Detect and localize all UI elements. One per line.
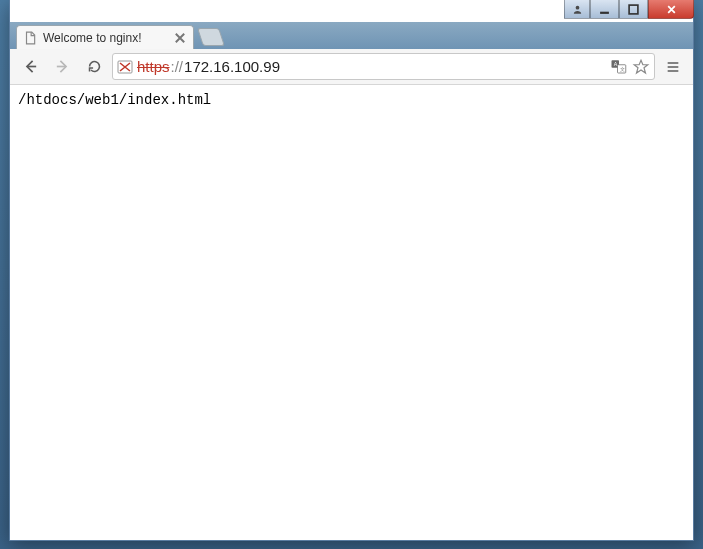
browser-menu-button[interactable]	[659, 53, 687, 81]
star-icon	[632, 58, 650, 76]
translate-icon[interactable]: A文	[610, 59, 628, 75]
url-scheme: https	[137, 59, 170, 74]
arrow-left-icon	[22, 58, 39, 75]
window-titlebar[interactable]	[10, 0, 693, 22]
browser-tab[interactable]: Welcome to nginx!	[16, 25, 194, 49]
svg-rect-1	[600, 11, 609, 13]
svg-rect-2	[629, 5, 638, 14]
url-separator: ://	[171, 59, 184, 74]
svg-point-0	[575, 5, 579, 9]
bookmark-star-button[interactable]	[632, 59, 650, 75]
svg-text:A: A	[614, 61, 618, 67]
tab-strip: Welcome to nginx!	[10, 22, 693, 49]
window-controls	[564, 0, 694, 19]
back-button[interactable]	[16, 53, 44, 81]
browser-toolbar: https :// 172.16.100.99 A文	[10, 49, 693, 85]
minimize-icon	[599, 4, 610, 15]
maximize-icon	[628, 4, 639, 15]
window-minimize-button[interactable]	[590, 0, 619, 19]
reload-button[interactable]	[80, 53, 108, 81]
page-favicon	[23, 31, 37, 45]
tab-close-button[interactable]	[173, 31, 187, 45]
security-warning-icon[interactable]	[117, 59, 133, 75]
svg-text:文: 文	[620, 65, 625, 71]
window-close-button[interactable]	[648, 0, 694, 19]
browser-window: Welcome to nginx! https :// 172.16.100.9…	[9, 0, 694, 541]
page-body-text: /htdocs/web1/index.html	[18, 91, 685, 109]
reload-icon	[86, 58, 103, 75]
page-viewport: /htdocs/web1/index.html	[10, 85, 693, 540]
arrow-right-icon	[54, 58, 71, 75]
url-host: 172.16.100.99	[184, 59, 280, 74]
close-icon	[666, 4, 677, 15]
address-bar[interactable]: https :// 172.16.100.99 A文	[112, 53, 655, 80]
menu-icon	[665, 59, 681, 75]
close-icon	[173, 31, 187, 45]
new-tab-button[interactable]	[197, 28, 225, 46]
forward-button[interactable]	[48, 53, 76, 81]
window-user-button[interactable]	[564, 0, 590, 19]
window-maximize-button[interactable]	[619, 0, 648, 19]
tab-title: Welcome to nginx!	[43, 31, 142, 45]
user-icon	[572, 4, 583, 15]
